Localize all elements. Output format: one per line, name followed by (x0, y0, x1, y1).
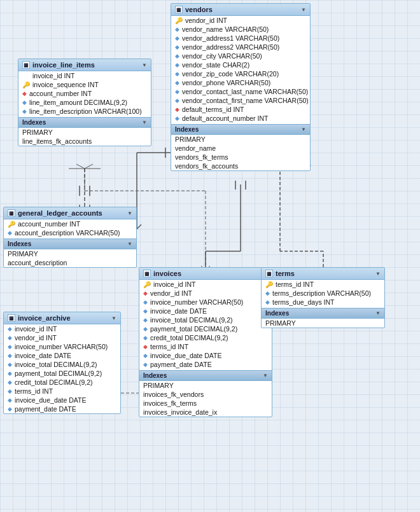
diamond-icon: ◆ (175, 88, 179, 95)
field-label: vendor_id INT (15, 334, 57, 342)
diamond-icon: ◆ (175, 35, 179, 41)
indexes-section-header: Indexes ▼ (262, 308, 384, 319)
indexes-dropdown[interactable]: ▼ (142, 120, 147, 125)
dropdown-arrow[interactable]: ▼ (111, 315, 116, 321)
table-row: ◆ invoice_total DECIMAL(9,2) (4, 360, 120, 369)
field-label: invoice_number VARCHAR(50) (15, 343, 108, 350)
field-label: vendor_contact_first_name VARCHAR(50) (182, 97, 309, 104)
table-row: ◆ payment_date DATE (139, 360, 272, 369)
field-label: payment_date DATE (150, 361, 212, 368)
diamond-icon: ◆ (8, 352, 12, 359)
diamond-icon: ◆ (175, 44, 179, 50)
invoice-line-items-header[interactable]: ▦ invoice_line_items ▼ (18, 59, 151, 71)
diamond-icon: ◆ (8, 397, 12, 403)
general-ledger-accounts-table: ▦ general_ledger_accounts ▼ 🔑 account_nu… (3, 207, 137, 268)
red-diamond-icon: ◆ (143, 343, 148, 350)
vendors-table-header[interactable]: ▦ vendors ▼ (171, 4, 310, 16)
table-row: ◆ vendor_name VARCHAR(50) (171, 25, 310, 34)
terms-table: ▦ terms ▼ 🔑 terms_id INT ◆ terms_descrip… (261, 267, 385, 328)
field-label: account_number INT (29, 90, 92, 97)
field-label: default_account_number INT (182, 114, 268, 122)
index-item: PRIMARY (18, 128, 151, 137)
dropdown-arrow[interactable]: ▼ (375, 271, 381, 277)
indexes-dropdown[interactable]: ▼ (301, 127, 306, 132)
index-item: line_items_fk_accounts (18, 137, 151, 146)
table-row: 🔑 vendor_id INT (171, 16, 310, 25)
diamond-icon: ◆ (143, 326, 148, 332)
field-label: invoice_due_date DATE (15, 396, 86, 404)
field-label: vendor_zip_code VARCHAR(20) (182, 70, 279, 78)
index-item: invoices_invoice_date_ix (139, 408, 272, 417)
table-row: ◆ vendor_id INT (139, 289, 272, 298)
field-label: invoice_total DECIMAL(9,2) (15, 361, 97, 368)
table-row: ◆ credit_total DECIMAL(9,2) (4, 378, 120, 387)
general-ledger-accounts-header[interactable]: ▦ general_ledger_accounts ▼ (4, 207, 136, 219)
field-label: invoice_id INT (153, 280, 196, 288)
index-item: PRIMARY (171, 135, 310, 144)
diamond-icon: ◆ (175, 115, 179, 121)
table-row: ◆ credit_total DECIMAL(9,2) (139, 333, 272, 342)
table-row: ◆ vendor_phone VARCHAR(50) (171, 78, 310, 87)
index-item: PRIMARY (262, 319, 384, 328)
indexes-dropdown[interactable]: ▼ (127, 241, 132, 247)
indexes-dropdown[interactable]: ▼ (263, 373, 268, 378)
table-row: ◆ account_description VARCHAR(50) (4, 228, 136, 237)
vendors-dropdown-arrow[interactable]: ▼ (301, 7, 306, 13)
index-item: invoices_fk_terms (139, 399, 272, 408)
terms-table-header[interactable]: ▦ terms ▼ (262, 268, 384, 280)
diamond-icon: ◆ (265, 299, 270, 305)
indexes-label: Indexes (175, 126, 199, 133)
svg-line-3 (76, 164, 85, 169)
invoices-table: ▦ invoices ▼ 🔑 invoice_id INT ◆ vendor_i… (139, 267, 272, 417)
table-row: ◆ invoice_date DATE (139, 307, 272, 315)
primary-key-icon: 🔑 (8, 221, 15, 228)
table-row: ◆ line_item_amount DECIMAL(9,2) (18, 98, 151, 107)
field-label: vendor_address2 VARCHAR(50) (182, 43, 279, 51)
table-title: invoices (153, 270, 181, 277)
invoice-archive-header[interactable]: ▦ invoice_archive ▼ (4, 312, 120, 324)
diamond-icon: ◆ (8, 343, 12, 350)
diamond-icon: ◆ (175, 80, 179, 86)
diamond-icon: ◆ (143, 352, 148, 359)
table-row: invoice_id INT (18, 71, 151, 80)
indexes-section-header: Indexes ▼ (4, 239, 136, 249)
primary-key-icon: 🔑 (175, 17, 183, 24)
field-label: terms_id INT (15, 387, 53, 395)
field-label: terms_id INT (150, 343, 188, 350)
indexes-section-header: Indexes ▼ (171, 124, 310, 135)
table-icon: ▦ (22, 61, 30, 69)
diamond-icon: ◆ (175, 97, 179, 104)
field-label: invoice_sequence INT (32, 81, 99, 88)
field-label: line_item_description VARCHAR(100) (29, 107, 142, 115)
diamond-icon: ◆ (8, 335, 12, 341)
red-diamond-icon: ◆ (143, 290, 148, 296)
invoices-table-header[interactable]: ▦ invoices ▼ (139, 268, 272, 280)
dropdown-arrow[interactable]: ▼ (127, 211, 132, 216)
field-label: vendor_name VARCHAR(50) (182, 25, 269, 33)
field-label: payment_total DECIMAL(9,2) (15, 370, 102, 377)
table-icon: ▦ (8, 314, 15, 322)
field-label: invoice_date DATE (150, 307, 207, 315)
table-row: ◆ default_terms_id INT (171, 105, 310, 114)
field-label: vendor_city VARCHAR(50) (182, 52, 262, 60)
diamond-icon: ◆ (8, 370, 12, 377)
table-row: ◆ default_account_number INT (171, 114, 310, 123)
table-row: ◆ line_item_description VARCHAR(100) (18, 107, 151, 116)
table-row: ◆ vendor_id INT (4, 333, 120, 342)
diamond-icon: ◆ (8, 361, 12, 368)
table-icon: ▦ (143, 270, 151, 277)
table-row: ◆ terms_description VARCHAR(50) (262, 289, 384, 298)
diamond-icon: ◆ (143, 299, 148, 305)
diamond-icon: ◆ (8, 406, 12, 412)
table-row: ◆ terms_id INT (139, 342, 272, 351)
dropdown-arrow[interactable]: ▼ (142, 62, 147, 68)
diamond-icon: ◆ (22, 99, 27, 106)
table-row: ◆ payment_date DATE (4, 405, 120, 413)
table-icon: ▦ (8, 209, 15, 217)
table-row: ◆ invoice_number VARCHAR(50) (4, 342, 120, 351)
table-title: invoice_archive (18, 314, 71, 322)
diamond-icon: ◆ (8, 326, 12, 332)
indexes-dropdown[interactable]: ▼ (375, 310, 381, 316)
table-row: 🔑 invoice_id INT (139, 280, 272, 289)
table-icon: ▦ (175, 6, 183, 13)
